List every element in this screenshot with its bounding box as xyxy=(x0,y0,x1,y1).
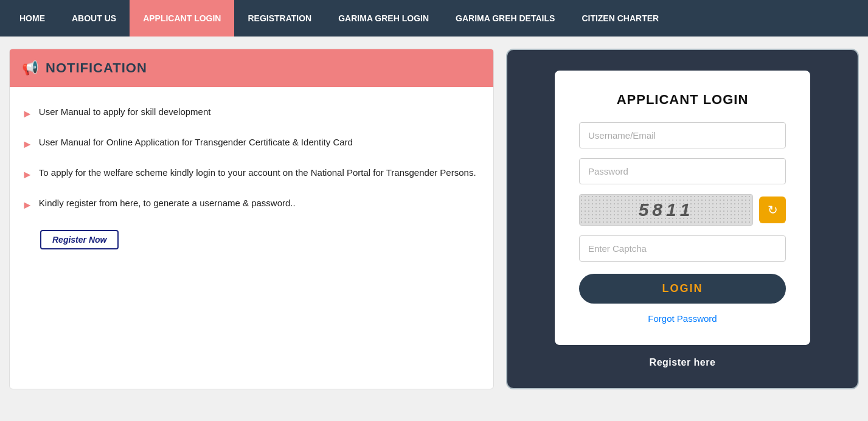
nav-home[interactable]: HOME xyxy=(6,0,58,37)
right-panel: APPLICANT LOGIN 5811 ↻ LOGIN Forgot Pass… xyxy=(506,49,859,389)
main-content: 📢 NOTIFICATION ► User Manual to apply fo… xyxy=(0,37,868,402)
left-panel: 📢 NOTIFICATION ► User Manual to apply fo… xyxy=(9,49,494,389)
captcha-value: 5811 xyxy=(639,200,694,220)
nav-citizen-charter[interactable]: CITIZEN CHARTER xyxy=(568,0,672,37)
captcha-row: 5811 ↻ xyxy=(579,194,786,226)
nav-applicant-login[interactable]: APPLICANT LOGIN xyxy=(130,0,234,37)
main-nav: HOME ABOUT US APPLICANT LOGIN REGISTRATI… xyxy=(0,0,868,37)
notification-header: 📢 NOTIFICATION xyxy=(10,49,493,87)
arrow-icon-2: ► xyxy=(22,136,33,153)
notification-title: NOTIFICATION xyxy=(46,60,147,76)
notification-text-3: To apply for the welfare scheme kindly l… xyxy=(39,166,476,180)
register-now-button[interactable]: Register Now xyxy=(40,230,119,249)
nav-registration[interactable]: REGISTRATION xyxy=(234,0,325,37)
nav-about[interactable]: ABOUT US xyxy=(58,0,130,37)
list-item: ► Kindly register from here, to generate… xyxy=(22,197,481,214)
nav-garima-greh-login[interactable]: GARIMA GREH LOGIN xyxy=(325,0,442,37)
list-item: ► User Manual to apply for skill develop… xyxy=(22,105,481,122)
captcha-input[interactable] xyxy=(579,235,786,262)
notification-text-4: Kindly register from here, to generate a… xyxy=(39,197,296,211)
notification-list: ► User Manual to apply for skill develop… xyxy=(10,99,493,256)
register-here-link[interactable]: Register here xyxy=(650,357,716,368)
notification-text-1: User Manual to apply for skill developme… xyxy=(39,105,211,119)
captcha-image: 5811 xyxy=(579,194,753,226)
login-title: APPLICANT LOGIN xyxy=(617,92,749,108)
list-item: ► To apply for the welfare scheme kindly… xyxy=(22,166,481,183)
login-button[interactable]: LOGIN xyxy=(579,274,786,304)
captcha-refresh-button[interactable]: ↻ xyxy=(759,197,786,223)
arrow-icon-3: ► xyxy=(22,167,33,183)
login-card: APPLICANT LOGIN 5811 ↻ LOGIN Forgot Pass… xyxy=(555,71,810,345)
list-item: ► User Manual for Online Application for… xyxy=(22,136,481,153)
nav-garima-greh-details[interactable]: GARIMA GREH DETAILS xyxy=(442,0,568,37)
notification-text-2: User Manual for Online Application for T… xyxy=(39,136,353,150)
arrow-icon-4: ► xyxy=(22,197,33,214)
forgot-password-link[interactable]: Forgot Password xyxy=(648,313,717,324)
megaphone-icon: 📢 xyxy=(22,60,38,76)
username-input[interactable] xyxy=(579,122,786,148)
arrow-icon-1: ► xyxy=(22,106,33,122)
password-input[interactable] xyxy=(579,158,786,184)
